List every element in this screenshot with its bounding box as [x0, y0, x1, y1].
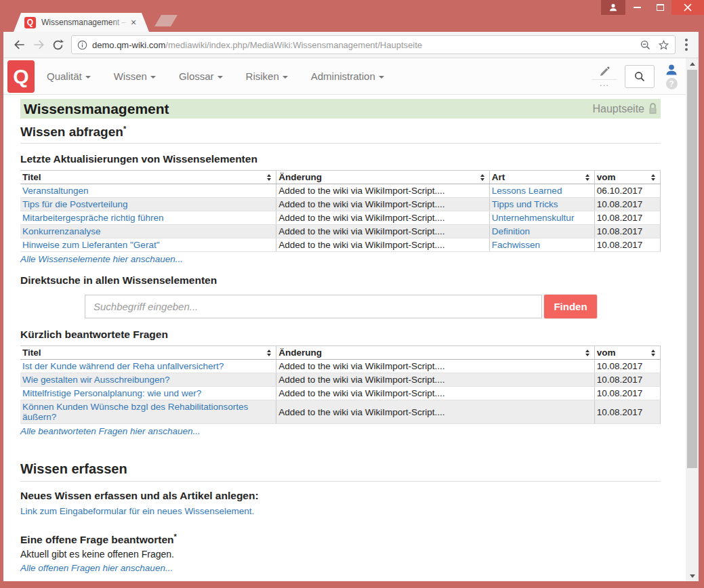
see-all-elements-link[interactable]: Alle Wissenselemente hier anschauen... [20, 254, 183, 264]
article-link[interactable]: Konkurrenzanalyse [22, 226, 101, 236]
answered-questions-table: Titel Änderung vom Ist der Kunde während… [20, 345, 661, 424]
vertical-scrollbar[interactable] [686, 58, 699, 581]
page-title-band: Wissensmanagement Hauptseite [20, 99, 661, 119]
category-link[interactable]: Unternehmenskultur [492, 213, 575, 223]
browser-toolbar: demo.qm-wiki.com/mediawiki/index.php/Med… [3, 32, 699, 58]
browser-tab[interactable]: Q Wissensmanagement – w × [14, 13, 149, 32]
category-link[interactable]: Lessons Learned [492, 186, 562, 196]
table-row: Mittelfristige Personalplanung: wie und … [20, 387, 661, 400]
question-link[interactable]: Wie gestalten wir Ausschreibungen? [22, 375, 170, 385]
profile-icon[interactable] [601, 0, 625, 15]
article-link[interactable]: Mitarbeitergespräche richtig führen [22, 213, 164, 223]
category-link[interactable]: Definition [492, 226, 530, 236]
bookmark-star-icon[interactable] [658, 39, 669, 51]
page-subtitle: Hauptseite [593, 103, 645, 115]
see-open-questions-link[interactable]: Alle offenen Fragen hier anschauen... [20, 563, 173, 573]
sort-icon [651, 174, 657, 181]
sort-icon [267, 350, 272, 356]
column-header-titel[interactable]: Titel [20, 171, 276, 184]
table-row: Veranstaltungen Added to the wiki via Wi… [20, 184, 661, 198]
close-button[interactable] [671, 0, 704, 15]
info-icon[interactable] [77, 40, 87, 50]
window-controls [601, 0, 704, 15]
create-article-link[interactable]: Link zum Eingabeformular für ein neues W… [20, 506, 254, 516]
nav-item-administration[interactable]: Administration [311, 70, 384, 82]
chevron-down-icon [218, 76, 223, 79]
nav-item-wissen[interactable]: Wissen [114, 70, 156, 82]
see-all-questions-link[interactable]: Alle beantworteten Fragen hier anschauen… [20, 426, 201, 436]
more-menu[interactable]: ... [600, 80, 609, 87]
chevron-down-icon [150, 76, 156, 79]
column-header-aenderung[interactable]: Änderung [276, 171, 490, 184]
table-row: Konkurrenzanalyse Added to the wiki via … [20, 225, 661, 238]
search-input[interactable] [85, 295, 542, 318]
article-link[interactable]: Veranstaltungen [22, 186, 89, 196]
title-bar: Q Wissensmanagement – w × [0, 0, 704, 32]
table-row: Ist der Kunde während der Reha unfallver… [20, 360, 661, 373]
table-row: Tips für die Postverteilung Added to the… [20, 198, 661, 211]
recent-updates-heading: Letzte Aktualisierungen von Wissenseleme… [20, 153, 661, 165]
browser-window: { "browser": { "tab_title": "Wissensmana… [0, 0, 704, 588]
wiki-content: Wissensmanagement Hauptseite Wissen abfr… [3, 95, 686, 581]
chevron-down-icon [379, 76, 384, 79]
help-icon[interactable]: ? [666, 78, 678, 89]
section-heading-abfragen: Wissen abfragen* [20, 125, 661, 144]
user-icon[interactable] [665, 63, 678, 77]
zoom-out-icon[interactable] [640, 39, 651, 51]
column-header-art[interactable]: Art [489, 171, 594, 184]
minimize-button[interactable] [625, 0, 648, 15]
table-row: Können Kunden Wünsche bzgl des Rehabilit… [20, 400, 661, 424]
table-row: Wie gestalten wir Ausschreibungen? Added… [20, 373, 661, 387]
forward-icon[interactable] [29, 35, 48, 54]
maximize-button[interactable] [648, 0, 671, 15]
page-title: Wissensmanagement [24, 101, 169, 117]
url-text[interactable]: demo.qm-wiki.com/mediawiki/index.php/Med… [92, 40, 633, 50]
chevron-down-icon [283, 76, 288, 79]
sort-icon [585, 350, 591, 356]
lock-icon [648, 102, 658, 115]
column-header-titel[interactable]: Titel [20, 346, 276, 360]
sort-icon [480, 174, 486, 181]
question-link[interactable]: Ist der Kunde während der Reha unfallver… [22, 361, 224, 371]
chevron-down-icon [85, 76, 91, 79]
tab-close-icon[interactable]: × [131, 18, 136, 27]
nav-item-qualitaet[interactable]: Qualität [47, 70, 91, 82]
sort-icon [267, 174, 272, 181]
new-tab-button[interactable] [154, 15, 178, 26]
direct-search-form: Finden [85, 295, 598, 319]
section-heading-erfassen: Wissen erfassen [20, 461, 661, 482]
reload-icon[interactable] [48, 35, 67, 54]
wiki-logo[interactable]: Q [7, 60, 35, 93]
nav-item-risiken[interactable]: Risiken [246, 70, 288, 82]
nav-menu: Qualität Wissen Glossar Risiken Administ… [47, 70, 384, 82]
nav-item-glossar[interactable]: Glossar [179, 70, 223, 82]
create-article-heading: Neues Wissen erfassen und als Artikel an… [20, 490, 661, 502]
scrollbar-thumb[interactable] [687, 70, 697, 468]
wiki-search-button[interactable] [625, 65, 655, 88]
wiki-navbar: Q Qualität Wissen Glossar Risiken Admini… [3, 58, 686, 95]
scroll-down-icon[interactable] [686, 570, 699, 581]
browser-menu-icon[interactable] [681, 36, 692, 54]
article-link[interactable]: Tips für die Postverteilung [22, 199, 128, 209]
scroll-up-icon[interactable] [686, 58, 699, 69]
column-header-vom[interactable]: vom [594, 346, 660, 360]
sort-icon [651, 350, 657, 356]
no-open-questions-text: Aktuell gibt es keine offenen Fragen. [20, 549, 661, 560]
direct-search-heading: Direktsuche in allen Wissenselementen [20, 274, 661, 287]
address-bar[interactable]: demo.qm-wiki.com/mediawiki/index.php/Med… [71, 35, 676, 54]
answered-questions-heading: Kürzlich beantwortete Fragen [20, 329, 661, 341]
back-icon[interactable] [10, 35, 29, 54]
edit-pencil-icon[interactable] [598, 66, 610, 78]
category-link[interactable]: Fachwissen [492, 240, 540, 250]
find-button[interactable]: Finden [543, 294, 598, 319]
search-icon [634, 70, 646, 83]
question-link[interactable]: Mittelfristige Personalplanung: wie und … [22, 388, 201, 398]
tab-favicon: Q [24, 17, 36, 28]
sort-icon [585, 174, 591, 181]
question-link[interactable]: Können Kunden Wünsche bzgl des Rehabilit… [22, 402, 248, 422]
category-link[interactable]: Tipps und Tricks [492, 199, 558, 209]
column-header-vom[interactable]: vom [594, 171, 660, 184]
page-viewport: Q Qualität Wissen Glossar Risiken Admini… [3, 58, 699, 581]
column-header-aenderung[interactable]: Änderung [276, 346, 594, 360]
article-link[interactable]: Hinweise zum Lieferanten "Gerat" [22, 240, 159, 250]
